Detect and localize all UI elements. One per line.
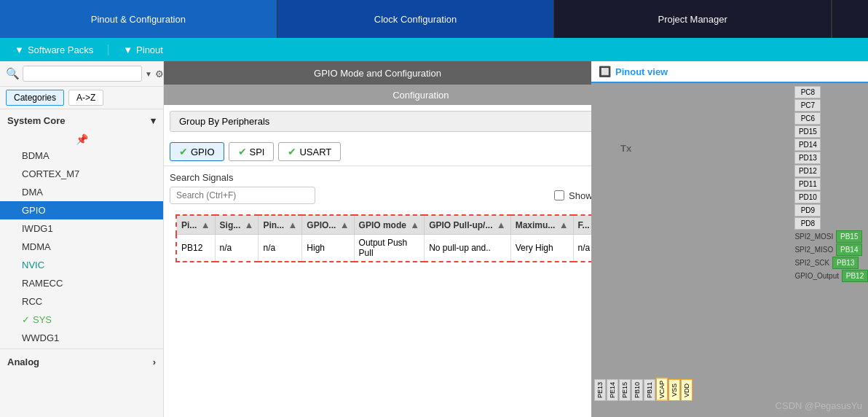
check-icon-gpio: ✔ (179, 146, 188, 157)
pin-box-pd12[interactable]: PD12 (794, 165, 821, 177)
pin-box-vss[interactable]: VSS (668, 379, 680, 401)
sidebar-item-rcc[interactable]: RCC (0, 292, 163, 311)
sidebar-item-cortex[interactable]: CORTEX_M7 (0, 165, 163, 183)
col-pin[interactable]: Pi... ▲ (176, 215, 215, 235)
pin-box-vdd[interactable]: VDD (681, 379, 693, 401)
pb12-signal-label: GPIO_Output (794, 272, 839, 280)
pin-row-pb15: SPI2_MOSI PB15 (794, 230, 868, 243)
col-max-speed[interactable]: Maximu... ▲ (510, 215, 573, 235)
bottom-pin-pe13[interactable]: PE13 (594, 379, 606, 401)
sidebar-item-nvic[interactable]: NVIC (0, 256, 163, 274)
nav-tab-clock[interactable]: Clock Configuration (277, 0, 555, 38)
sidebar-search-input[interactable] (23, 66, 142, 82)
pin-box-vcap[interactable]: VCAP (656, 378, 668, 401)
col-signal[interactable]: Sig... ▲ (215, 215, 259, 235)
group-by-select[interactable]: Group By Peripherals (170, 111, 591, 132)
software-packs-nav[interactable]: ▼ Software Packs (0, 44, 108, 55)
sidebar-item-wwdg1[interactable]: WWDG1 (0, 329, 163, 347)
pb14-signal-label: SPI2_MISO (794, 246, 833, 254)
search-icon: 🔍 (6, 67, 20, 80)
sidebar-item-sys[interactable]: ✓ SYS (0, 311, 163, 329)
pin-box-pb15[interactable]: PB15 (836, 230, 862, 243)
pin-box-pb11[interactable]: PB11 (644, 379, 655, 401)
sidebar-item-bdma[interactable]: BDMA (0, 147, 163, 165)
bottom-pin-pe15[interactable]: PE15 (619, 379, 631, 401)
cell-signal: n/a (215, 235, 259, 262)
bottom-pin-pb10[interactable]: PB10 (631, 379, 643, 401)
spi-tab-button[interactable]: ✔ SPI (229, 142, 275, 161)
bottom-pin-vss[interactable]: VSS (668, 379, 680, 401)
col-f[interactable]: F... ▲ (573, 215, 591, 235)
analog-section-header[interactable]: Analog › (0, 351, 163, 373)
bottom-pin-vdd[interactable]: VDD (681, 379, 693, 401)
pin-box-pc7[interactable]: PC7 (794, 99, 821, 112)
search-signals-label: Search Signals (170, 172, 591, 183)
show-modified-row: Show only Modified Pins (554, 190, 591, 201)
config-panel: Configuration Group By Peripherals ✔ GPI… (164, 85, 591, 265)
pin-row-pd8: PD8 (794, 217, 868, 230)
pin-box-pd9[interactable]: PD9 (794, 204, 821, 217)
nav-tab-project[interactable]: Project Manager (554, 0, 832, 38)
chevron-icon: ▾ (151, 115, 156, 126)
pin-row-pb13: SPI2_SCK PB13 (794, 257, 868, 269)
sidebar-item-dma[interactable]: DMA (0, 183, 163, 201)
pin-box-pd15[interactable]: PD15 (794, 125, 821, 138)
sidebar-item-iwdg1[interactable]: IWDG1 (0, 219, 163, 238)
cell-gpio-mode: Output Push Pull (354, 235, 425, 262)
signal-table: Pi... ▲ Sig... ▲ Pin... ▲ GPIO... ▲ GPIO… (175, 214, 591, 262)
col-gpio-mode[interactable]: GPIO mode ▲ (354, 215, 425, 235)
cell-max-speed: Very High (510, 235, 573, 262)
chevron-right-icon: › (153, 356, 156, 367)
show-modified-checkbox[interactable] (554, 190, 564, 200)
pin-row-pc6: PC6 (794, 112, 868, 125)
system-core-section-header[interactable]: System Core ▾ (0, 109, 163, 132)
pin-box-pd8[interactable]: PD8 (794, 217, 821, 230)
top-nav: Pinout & Configuration Clock Configurati… (0, 0, 868, 38)
pin-box-pe13[interactable]: PE13 (594, 379, 606, 401)
pin-box-pb13[interactable]: PB13 (832, 257, 859, 269)
pin-box-pc8[interactable]: PC8 (794, 86, 821, 98)
az-filter-button[interactable]: A->Z (68, 90, 103, 106)
pin-box-pd10[interactable]: PD10 (794, 191, 821, 203)
nav-tab-pinout[interactable]: Pinout & Configuration (0, 0, 277, 38)
bottom-pin-pe14[interactable]: PE14 (607, 379, 618, 401)
search-signals-row: Search Signals Show only Modified Pins (164, 166, 591, 207)
sidebar-item-gpio[interactable]: GPIO (0, 201, 163, 219)
pin-box-pd11[interactable]: PD11 (794, 178, 821, 190)
col-gpio[interactable]: GPIO... ▲ (302, 215, 354, 235)
pin-box-pe14[interactable]: PE14 (607, 379, 618, 401)
gear-icon[interactable]: ⚙ (155, 66, 164, 82)
pinout-nav[interactable]: ▼ Pinout (108, 44, 178, 55)
pin-box-pc6[interactable]: PC6 (794, 112, 821, 125)
second-nav: ▼ Software Packs ▼ Pinout (0, 38, 868, 61)
search-signals-input[interactable] (170, 187, 315, 204)
sidebar-item-ramecc[interactable]: RAMECC (0, 274, 163, 292)
chevron-down-icon-2: ▼ (123, 44, 133, 55)
center-content: GPIO Mode and Configuration Configuratio… (164, 61, 591, 417)
pin-box-pb12[interactable]: PB12 (842, 270, 868, 282)
pin-box-pe15[interactable]: PE15 (619, 379, 631, 401)
col-pin-name[interactable]: Pin... ▲ (259, 215, 302, 235)
gpio-tabs-row: ✔ GPIO ✔ SPI ✔ USART (164, 138, 591, 166)
pb15-signal-label: SPI2_MOSI (794, 233, 833, 241)
bottom-pin-vcap[interactable]: VCAP (656, 378, 668, 401)
gpio-tab-button[interactable]: ✔ GPIO (170, 142, 224, 161)
col-gpio-pull[interactable]: GPIO Pull-up/... ▲ (425, 215, 511, 235)
usart-tab-button[interactable]: ✔ USART (278, 142, 341, 161)
pb13-signal-label: SPI2_SCK (794, 259, 829, 267)
bottom-pin-pb11[interactable]: PB11 (644, 379, 655, 401)
pin-row-pd12: PD12 (794, 165, 868, 177)
pin-box-pd14[interactable]: PD14 (794, 139, 821, 151)
pin-row-pc8: PC8 (794, 86, 868, 98)
system-core-items: 📌 BDMA CORTEX_M7 DMA GPIO IWDG1 MDMA NVI… (0, 132, 163, 347)
pin-box-pd13[interactable]: PD13 (794, 152, 821, 164)
chevron-down-icon: ▼ (15, 44, 24, 55)
categories-filter-button[interactable]: Categories (6, 90, 64, 106)
pin-row-pd10: PD10 (794, 191, 868, 203)
pin-box-pb10[interactable]: PB10 (631, 379, 643, 401)
pin-row-pb14: SPI2_MISO PB14 (794, 243, 868, 256)
sidebar-item-mdma[interactable]: MDMA (0, 238, 163, 256)
cell-pin-name: n/a (259, 235, 302, 262)
watermark-text: CSDN @PegasusYu (776, 400, 862, 411)
pin-box-pb14[interactable]: PB14 (836, 243, 862, 256)
